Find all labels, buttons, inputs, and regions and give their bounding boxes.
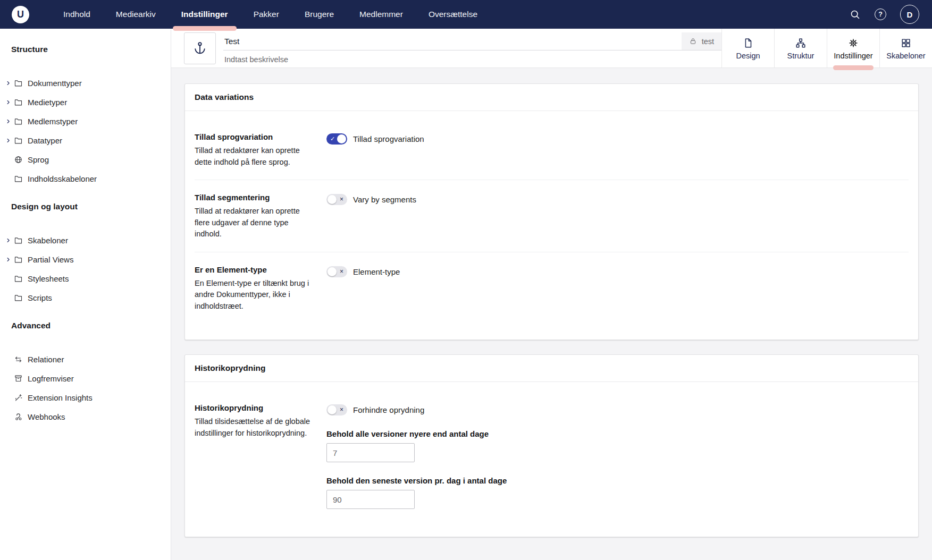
document-type-icon-picker[interactable] [184, 32, 216, 64]
settings-tree-sidebar: Structure Dokumenttyper Medietyper Medle… [0, 29, 171, 560]
topnav-item-medlemmer[interactable]: Medlemmer [347, 0, 416, 29]
gear-icon [847, 37, 859, 49]
property-description: Tillad tilsidesættelse af de globale ind… [195, 416, 310, 439]
alias-lock-badge[interactable]: test [682, 32, 721, 50]
property-description: Tillad at redaktører kan oprette dette i… [195, 145, 310, 168]
keep-all-versions-input[interactable] [326, 443, 415, 462]
active-nav-underline [173, 26, 237, 31]
sidebar-item-partial-views[interactable]: Partial Views [4, 250, 165, 269]
chevron-right-icon[interactable] [4, 118, 12, 124]
section-heading: Design og layout [11, 202, 165, 211]
top-navigation: Indhold Mediearkiv Indstillinger Pakker … [51, 0, 490, 29]
toggle-knob [328, 405, 337, 414]
toggle-label: Tillad sprogvariation [353, 134, 424, 143]
sidebar-item-label: Datatyper [28, 136, 62, 145]
x-icon: × [340, 266, 343, 277]
language-variation-toggle[interactable]: ✓ [326, 133, 347, 145]
sidebar-item-label: Dokumenttyper [28, 79, 82, 88]
topnav-item-oversaettelse[interactable]: Oversættelse [416, 0, 490, 29]
sidebar-section-design-og-layout: Design og layout Skabeloner Partial View… [4, 202, 165, 307]
help-icon[interactable]: ? [875, 9, 886, 20]
property-row-historikoprydning: Historikoprydning Tillad tilsidesættelse… [195, 391, 909, 521]
grid-icon [900, 37, 912, 49]
sidebar-item-label: Webhooks [28, 412, 65, 421]
property-description: Tillad at redaktører kan oprette flere u… [195, 206, 310, 240]
card-title: Data variations [185, 84, 918, 111]
sidebar-item-indholdsskabeloner[interactable]: Indholdsskabeloner [4, 169, 165, 188]
chevron-right-icon[interactable] [4, 237, 12, 243]
globe-icon [14, 155, 23, 164]
property-description: En Element-type er tiltænkt brug i andre… [195, 278, 310, 312]
name-input[interactable] [223, 32, 682, 50]
keep-latest-version-input[interactable] [326, 490, 415, 509]
search-icon[interactable] [850, 9, 861, 20]
chevron-right-icon[interactable] [4, 99, 12, 105]
umbraco-logo[interactable]: U [12, 6, 29, 23]
lock-icon [689, 37, 697, 45]
tab-design[interactable]: Design [721, 29, 774, 68]
chevron-right-icon[interactable] [4, 257, 12, 262]
sidebar-item-stylesheets[interactable]: Stylesheets [4, 269, 165, 288]
segment-variation-toggle[interactable]: × [326, 194, 347, 205]
topnav-item-indhold[interactable]: Indhold [51, 0, 103, 29]
editor-tabs: Design Struktur Indstillinger Skabeloner [721, 29, 932, 68]
user-avatar[interactable]: D [900, 5, 919, 24]
log-box-icon [14, 374, 23, 383]
sidebar-item-webhooks[interactable]: Webhooks [4, 407, 165, 426]
chevron-right-icon[interactable] [4, 80, 12, 86]
property-label: Historikoprydning [195, 403, 310, 412]
element-type-toggle[interactable]: × [326, 266, 347, 277]
sidebar-item-logfremviser[interactable]: Logfremviser [4, 369, 165, 388]
chevron-right-icon[interactable] [4, 138, 12, 143]
sidebar-item-dokumenttyper[interactable]: Dokumenttyper [4, 73, 165, 92]
sidebar-item-medietyper[interactable]: Medietyper [4, 92, 165, 112]
property-label: Er en Element-type [195, 265, 310, 274]
topnav-item-indstillinger[interactable]: Indstillinger [169, 0, 241, 29]
anchor-icon [192, 41, 207, 56]
sidebar-item-skabeloner[interactable]: Skabeloner [4, 231, 165, 250]
toggle-knob [328, 267, 337, 276]
tab-skabeloner[interactable]: Skabeloner [879, 29, 932, 68]
sidebar-item-label: Partial Views [28, 255, 73, 264]
document-type-editor-header: test Design Struktur Indstillinger [171, 29, 932, 68]
sidebar-item-relationer[interactable]: Relationer [4, 350, 165, 369]
section-heading: Advanced [11, 321, 165, 330]
folder-icon [14, 236, 23, 245]
card-title: Historikoprydning [185, 355, 918, 382]
sidebar-section-structure: Structure Dokumenttyper Medietyper Medle… [4, 45, 165, 188]
wand-icon [14, 393, 23, 402]
description-input[interactable] [223, 50, 721, 64]
sidebar-section-advanced: Advanced Relationer Logfremviser Extensi… [4, 321, 165, 426]
property-row-element-type: Er en Element-type En Element-type er ti… [195, 252, 909, 324]
sidebar-item-label: Logfremviser [28, 374, 74, 383]
toggle-label: Forhindre oprydning [353, 405, 424, 414]
toggle-knob [328, 195, 337, 204]
folder-icon [14, 136, 23, 145]
sidebar-item-label: Indholdsskabeloner [28, 174, 97, 183]
property-row-segmentering: Tillad segmentering Tillad at redaktører… [195, 180, 909, 252]
sidebar-item-datatyper[interactable]: Datatyper [4, 131, 165, 150]
swap-arrows-icon [14, 355, 23, 364]
check-icon: ✓ [330, 133, 335, 145]
tab-struktur[interactable]: Struktur [774, 29, 827, 68]
alias-text: test [702, 37, 714, 46]
folder-icon [14, 293, 23, 302]
x-icon: × [340, 404, 343, 415]
x-icon: × [340, 194, 343, 205]
sidebar-item-label: Extension Insights [28, 393, 93, 402]
folder-icon [14, 274, 23, 283]
tab-indstillinger[interactable]: Indstillinger [827, 29, 879, 68]
sidebar-item-scripts[interactable]: Scripts [4, 288, 165, 307]
topnav-item-brugere[interactable]: Brugere [292, 0, 347, 29]
keep-latest-version-label: Behold den seneste version pr. dag i ant… [326, 476, 909, 485]
sidebar-item-label: Medietyper [28, 98, 67, 107]
sidebar-item-label: Sprog [28, 155, 49, 164]
topnav-item-mediearkiv[interactable]: Mediearkiv [103, 0, 169, 29]
sidebar-item-extension-insights[interactable]: Extension Insights [4, 388, 165, 407]
toggle-label: Vary by segments [353, 195, 416, 204]
topnav-item-pakker[interactable]: Pakker [241, 0, 292, 29]
prevent-cleanup-toggle[interactable]: × [326, 404, 347, 415]
folder-icon [14, 98, 23, 107]
sidebar-item-sprog[interactable]: Sprog [4, 150, 165, 169]
sidebar-item-medlemstyper[interactable]: Medlemstyper [4, 112, 165, 131]
